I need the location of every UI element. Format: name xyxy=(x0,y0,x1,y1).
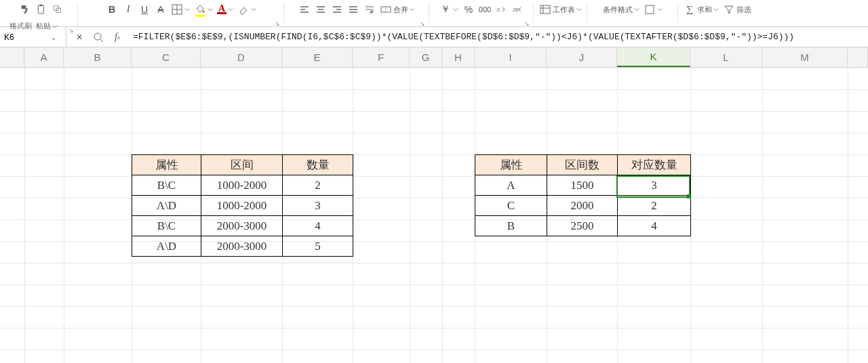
t2-r1c0[interactable]: C xyxy=(475,196,547,216)
table-left: 属性 区间 数量 B\C 1000-2000 2 A\D 1000-2000 3… xyxy=(132,154,353,257)
col-header-M[interactable]: M xyxy=(762,47,848,67)
t1-r3c2[interactable]: 5 xyxy=(283,236,353,257)
merge-icon xyxy=(380,3,392,16)
align-right-button[interactable] xyxy=(331,3,343,16)
t1-r1c2[interactable]: 3 xyxy=(283,196,353,216)
t2-r2c2[interactable]: 4 xyxy=(618,216,691,236)
t2-r2c0[interactable]: B xyxy=(475,216,547,236)
format-painter-label: 格式刷 xyxy=(9,22,32,30)
align-left-button[interactable] xyxy=(298,3,311,16)
col-header-H[interactable]: H xyxy=(442,47,475,67)
borders-button[interactable] xyxy=(171,3,190,16)
currency-button[interactable]: ￥ xyxy=(439,3,458,16)
t2-r0c2[interactable]: 3 xyxy=(618,175,691,196)
formula-input[interactable] xyxy=(130,31,868,43)
strikethrough-button[interactable]: A xyxy=(155,3,167,16)
t2-r1c2[interactable]: 2 xyxy=(618,196,691,216)
align-justify-button[interactable] xyxy=(347,3,359,16)
grid-background xyxy=(0,68,868,363)
merge-button[interactable]: 合并 xyxy=(380,3,415,16)
col-header-K[interactable]: K xyxy=(617,47,690,67)
svg-rect-0 xyxy=(38,5,43,14)
svg-rect-27 xyxy=(646,5,654,14)
fill-icon xyxy=(194,3,206,15)
merge-label: 合并 xyxy=(393,5,408,15)
t1-r0c0[interactable]: B\C xyxy=(132,175,201,196)
t2-h1[interactable]: 区间数 xyxy=(547,155,618,175)
t2-r0c0[interactable]: A xyxy=(475,175,547,196)
underline-button[interactable]: U xyxy=(138,3,151,16)
col-header-E[interactable]: E xyxy=(282,47,353,67)
cell-size-icon xyxy=(644,3,656,16)
increase-decimal-button[interactable]: .0 xyxy=(495,3,507,16)
number-launcher-icon[interactable]: ↘ xyxy=(524,20,531,27)
svg-text:.0: .0 xyxy=(496,7,500,12)
bold-button[interactable]: B xyxy=(106,3,118,16)
col-header-L[interactable]: L xyxy=(690,47,762,67)
filter-icon xyxy=(723,3,735,16)
worksheet-label: 工作表 xyxy=(553,5,575,15)
col-header-C[interactable]: C xyxy=(132,47,201,67)
t1-r1c1[interactable]: 1000-2000 xyxy=(201,196,283,216)
col-header-A[interactable]: A xyxy=(24,47,64,67)
t1-r1c0[interactable]: A\D xyxy=(132,196,201,216)
font-color-button[interactable]: A xyxy=(217,5,233,14)
t1-r3c0[interactable]: A\D xyxy=(132,236,201,257)
t1-r0c1[interactable]: 1000-2000 xyxy=(201,175,283,196)
align-launcher-icon[interactable]: ↘ xyxy=(420,20,427,27)
align-center-button[interactable] xyxy=(315,3,327,16)
t2-h0[interactable]: 属性 xyxy=(475,155,547,175)
clipboard-launcher-icon[interactable]: ↘ xyxy=(68,27,75,34)
col-header-F[interactable]: F xyxy=(353,47,410,67)
t2-r0c1[interactable]: 1500 xyxy=(547,175,618,196)
t1-r2c2[interactable]: 4 xyxy=(283,216,353,236)
t2-r1c1[interactable]: 2000 xyxy=(547,196,618,216)
font-launcher-icon[interactable]: ↘ xyxy=(275,20,281,27)
worksheet-button[interactable]: 工作表 xyxy=(539,3,582,16)
col-header-D[interactable]: D xyxy=(201,47,282,67)
group-styles: 条件格式 xyxy=(589,1,677,27)
svg-rect-1 xyxy=(39,5,42,7)
t1-r2c1[interactable]: 2000-3000 xyxy=(201,216,283,236)
col-header-J[interactable]: J xyxy=(547,47,617,67)
fx-icon[interactable]: fx xyxy=(111,31,123,43)
fill-color-button[interactable] xyxy=(194,3,213,17)
t2-r2c1[interactable]: 2500 xyxy=(547,216,618,236)
italic-button[interactable]: I xyxy=(122,3,134,16)
t1-h2[interactable]: 数量 xyxy=(283,155,353,175)
cond-format-button[interactable]: 条件格式 xyxy=(603,5,639,15)
svg-point-7 xyxy=(203,10,205,12)
percent-button[interactable]: % xyxy=(462,3,475,16)
zoom-out-icon[interactable] xyxy=(92,31,104,43)
paste-label[interactable]: 粘贴 xyxy=(36,22,58,30)
thousands-button[interactable]: 000 xyxy=(479,3,491,16)
select-all-corner[interactable] xyxy=(0,47,24,67)
t1-h0[interactable]: 属性 xyxy=(132,155,201,175)
grid-area[interactable]: 属性 区间 数量 B\C 1000-2000 2 A\D 1000-2000 3… xyxy=(0,68,868,363)
group-align: 合并 ↘ xyxy=(285,1,428,27)
col-header-B[interactable]: B xyxy=(64,47,132,67)
group-editing: ∑ 求和 筛选 xyxy=(679,1,755,27)
copy-format-icon[interactable] xyxy=(52,3,64,16)
paste-icon[interactable] xyxy=(35,3,47,16)
borders-icon xyxy=(171,3,183,16)
font-color-icon: A xyxy=(218,5,225,12)
column-headers: A B C D E F G H I J K L M xyxy=(0,47,868,68)
t1-r2c0[interactable]: B\C xyxy=(132,216,201,236)
cell-size-button[interactable] xyxy=(644,3,663,16)
col-header-N[interactable] xyxy=(848,47,868,67)
svg-text:.00: .00 xyxy=(512,7,519,12)
t1-r0c2[interactable]: 2 xyxy=(283,175,353,196)
filter-button[interactable]: 筛选 xyxy=(723,3,751,16)
decrease-decimal-button[interactable]: .00 xyxy=(511,3,524,16)
wrap-text-button[interactable] xyxy=(363,3,376,16)
col-header-G[interactable]: G xyxy=(410,47,442,67)
svg-rect-24 xyxy=(540,5,550,14)
t1-r3c1[interactable]: 2000-3000 xyxy=(201,236,283,257)
t2-h2[interactable]: 对应数量 xyxy=(618,155,691,175)
format-painter-icon[interactable] xyxy=(19,3,31,16)
clear-format-button[interactable] xyxy=(237,3,256,16)
sum-button[interactable]: ∑ 求和 xyxy=(684,3,719,16)
col-header-I[interactable]: I xyxy=(475,47,547,67)
t1-h1[interactable]: 区间 xyxy=(201,155,283,175)
